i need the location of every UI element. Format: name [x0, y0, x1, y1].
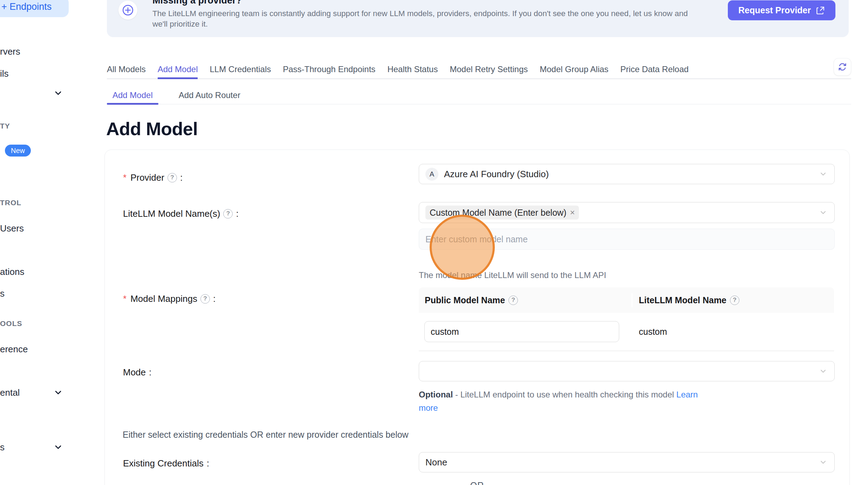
existing-credentials-label: Existing Credentials :	[123, 457, 209, 469]
sidebar-item[interactable]: s	[0, 287, 5, 299]
required-mark: *	[123, 293, 127, 304]
request-provider-label: Request Provider	[738, 5, 811, 15]
chevron-down-icon	[819, 208, 827, 217]
table-header-row: Public Model Name ? LiteLLM Model Name ?	[419, 287, 834, 313]
sidebar-item-api-reference[interactable]: erence	[0, 343, 28, 355]
sidebar-item-internal-users[interactable]: Users	[0, 222, 24, 234]
chevron-down-icon	[819, 367, 827, 375]
help-icon[interactable]: ?	[200, 294, 210, 304]
credentials-note: Either select existing credentials OR en…	[123, 430, 409, 440]
add-model-page: + Endpoints rvers ils TY New TROL Users …	[0, 0, 868, 485]
provider-avatar: A	[425, 168, 438, 181]
sidebar-item-models-endpoints[interactable]: + Endpoints	[0, 0, 69, 17]
refresh-icon	[838, 62, 847, 71]
provider-label: * Provider ? :	[123, 172, 183, 183]
tab-all-models[interactable]: All Models	[107, 62, 146, 78]
tab-llm-credentials[interactable]: LLM Credentials	[210, 62, 271, 78]
public-model-name-cell	[419, 321, 632, 342]
missing-provider-banner: Missing a provider? The LiteLLM engineer…	[107, 0, 849, 37]
chevron-down-icon[interactable]	[53, 442, 63, 452]
tab-health-status[interactable]: Health Status	[387, 62, 438, 78]
model-tabs: All Models Add Model LLM Credentials Pas…	[107, 62, 851, 79]
tab-add-model[interactable]: Add Model	[158, 62, 198, 78]
required-mark: *	[123, 172, 127, 183]
sidebar-item-organizations[interactable]: ations	[0, 266, 24, 278]
sidebar-section-header: TY	[0, 121, 10, 131]
or-divider: OR	[104, 480, 850, 485]
help-icon[interactable]: ?	[168, 173, 177, 182]
model-names-select[interactable]: Custom Model Name (Enter below) ×	[419, 202, 835, 223]
chevron-down-icon	[819, 170, 827, 178]
banner-body: The LiteLLM engineering team is constant…	[152, 8, 731, 29]
request-provider-button[interactable]: Request Provider	[728, 0, 835, 20]
sidebar-item-experimental[interactable]: ental	[0, 387, 20, 399]
sidebar-item-label: + Endpoints	[1, 1, 52, 12]
existing-credentials-select[interactable]: None	[419, 452, 835, 472]
chevron-down-icon[interactable]	[53, 388, 63, 397]
sidebar-section-header: OOLS	[0, 319, 22, 328]
mode-select[interactable]	[419, 361, 835, 381]
subtab-add-auto-router[interactable]: Add Auto Router	[173, 88, 246, 104]
column-header-public-model-name: Public Model Name ?	[419, 287, 632, 313]
tab-price-data-reload[interactable]: Price Data Reload	[620, 62, 689, 78]
column-header-litellm-model-name: LiteLLM Model Name ?	[632, 287, 739, 313]
click-indicator	[430, 215, 495, 280]
add-model-subtabs: Add Model Add Auto Router	[107, 88, 851, 104]
banner-title: Missing a provider?	[152, 0, 242, 6]
public-model-name-input[interactable]	[424, 321, 619, 342]
help-icon[interactable]: ?	[223, 209, 233, 219]
refresh-button[interactable]	[834, 58, 851, 76]
provider-value: Azure AI Foundry (Studio)	[444, 169, 549, 180]
banner-body-line2: we'll prioritize it.	[152, 19, 731, 29]
subtab-add-model[interactable]: Add Model	[107, 88, 158, 104]
sidebar-section-header: TROL	[0, 198, 21, 208]
external-link-icon	[816, 6, 825, 15]
chevron-down-icon[interactable]	[53, 88, 63, 98]
existing-credentials-value: None	[425, 457, 447, 468]
mode-helper: Optional - LiteLLM endpoint to use when …	[419, 388, 713, 415]
sidebar: + Endpoints rvers ils TY New TROL Users …	[0, 0, 81, 485]
remove-tag-icon[interactable]: ×	[570, 208, 575, 217]
tab-model-retry-settings[interactable]: Model Retry Settings	[450, 62, 528, 78]
model-mappings-table: Public Model Name ? LiteLLM Model Name ?…	[419, 287, 834, 351]
chevron-down-icon	[819, 458, 827, 466]
plus-circle-icon	[118, 1, 137, 20]
sidebar-item-mcp-servers[interactable]: rvers	[0, 46, 20, 57]
model-mappings-label: * Model Mappings ? :	[123, 293, 216, 305]
page-title: Add Model	[106, 118, 198, 139]
help-icon[interactable]: ?	[508, 296, 518, 305]
tab-model-group-alias[interactable]: Model Group Alias	[540, 62, 608, 78]
sidebar-item-settings[interactable]: s	[0, 441, 5, 453]
tab-pass-through-endpoints[interactable]: Pass-Through Endpoints	[283, 62, 375, 78]
help-icon[interactable]: ?	[730, 296, 739, 305]
sidebar-item-guardrails[interactable]: ils	[0, 68, 9, 79]
mode-label: Mode :	[123, 366, 151, 378]
litellm-model-name-cell: custom	[632, 327, 667, 337]
model-names-label: LiteLLM Model Name(s) ? :	[123, 208, 239, 220]
banner-body-line1: The LiteLLM engineering team is constant…	[152, 8, 731, 19]
table-row: custom	[419, 313, 834, 351]
provider-select[interactable]: A Azure AI Foundry (Studio)	[419, 164, 835, 184]
sidebar-new-badge[interactable]: New	[5, 145, 31, 157]
